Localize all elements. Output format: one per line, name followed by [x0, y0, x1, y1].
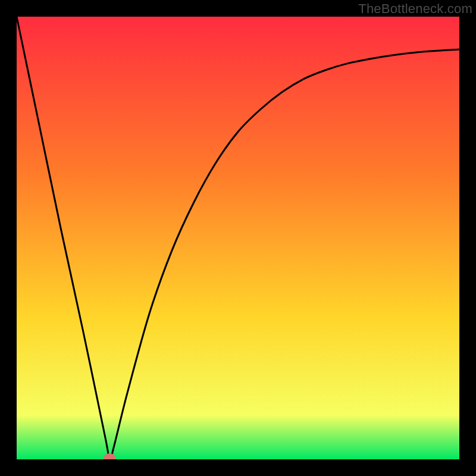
chart-svg	[17, 17, 459, 459]
gradient-background	[17, 17, 459, 459]
watermark-text: TheBottleneck.com	[358, 1, 472, 17]
chart-frame	[17, 17, 459, 459]
